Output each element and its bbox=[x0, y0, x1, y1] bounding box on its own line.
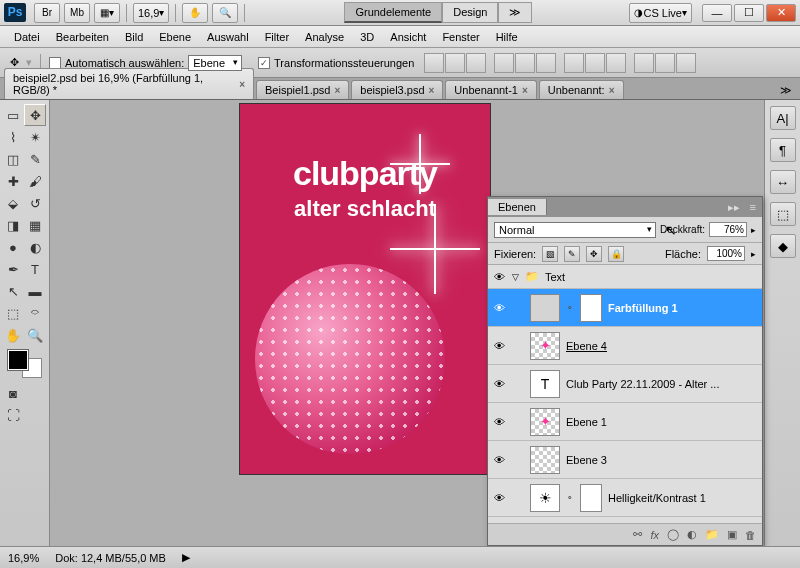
lock-transparent-button[interactable]: ▧ bbox=[542, 246, 558, 262]
status-zoom[interactable]: 16,9% bbox=[8, 552, 39, 564]
close-tab-icon[interactable]: × bbox=[429, 85, 435, 96]
transform-checkbox[interactable]: ✓ bbox=[258, 57, 270, 69]
align-btn[interactable] bbox=[536, 53, 556, 73]
lock-position-button[interactable]: ✥ bbox=[586, 246, 602, 262]
align-btn[interactable] bbox=[494, 53, 514, 73]
visibility-icon[interactable]: 👁 bbox=[492, 454, 506, 466]
align-btn[interactable] bbox=[564, 53, 584, 73]
align-btn[interactable] bbox=[676, 53, 696, 73]
align-btn[interactable] bbox=[424, 53, 444, 73]
maximize-button[interactable]: ☐ bbox=[734, 4, 764, 22]
layer-name[interactable]: Club Party 22.11.2009 - Alter ... bbox=[566, 378, 719, 390]
document-tab[interactable]: beispiel2.psd bei 16,9% (Farbfüllung 1, … bbox=[4, 68, 254, 99]
gradient-tool[interactable]: ▦ bbox=[24, 214, 46, 236]
fill-arrow-icon[interactable]: ▸ bbox=[751, 249, 756, 259]
status-arrow-icon[interactable]: ▶ bbox=[182, 551, 190, 564]
visibility-icon[interactable]: 👁 bbox=[492, 378, 506, 390]
layer-row[interactable]: 👁⚬Farbfüllung 1 bbox=[488, 289, 762, 327]
group-toggle-icon[interactable]: ▽ bbox=[512, 272, 519, 282]
camera-tool[interactable]: ⌔ bbox=[24, 302, 46, 324]
blend-mode-combo[interactable]: Normal bbox=[494, 222, 656, 238]
document-tab[interactable]: beispiel3.psd× bbox=[351, 80, 443, 99]
menu-analyse[interactable]: Analyse bbox=[297, 28, 352, 46]
zoom-button[interactable]: 🔍 bbox=[212, 3, 238, 23]
workspace-tab-design[interactable]: Design bbox=[442, 2, 498, 23]
zoom-tool[interactable]: 🔍 bbox=[24, 324, 46, 346]
new-layer-icon[interactable]: ▣ bbox=[727, 528, 737, 541]
layer-name[interactable]: Ebene 1 bbox=[566, 416, 607, 428]
trash-icon[interactable]: 🗑 bbox=[745, 529, 756, 541]
align-btn[interactable] bbox=[515, 53, 535, 73]
rail-button[interactable]: ⬚ bbox=[770, 202, 796, 226]
opacity-input[interactable] bbox=[709, 222, 747, 237]
fill-input[interactable] bbox=[707, 246, 745, 261]
type-tool[interactable]: T bbox=[24, 258, 46, 280]
hand-tool[interactable]: ✋ bbox=[2, 324, 24, 346]
adjustment-icon[interactable]: ◐ bbox=[687, 528, 697, 541]
align-btn[interactable] bbox=[634, 53, 654, 73]
panel-tab-ebenen[interactable]: Ebenen bbox=[488, 199, 547, 215]
path-tool[interactable]: ↖ bbox=[2, 280, 24, 302]
shape-tool[interactable]: ▬ bbox=[24, 280, 46, 302]
align-btn[interactable] bbox=[445, 53, 465, 73]
quickmask-tool[interactable]: ◙ bbox=[2, 382, 24, 404]
layer-row[interactable]: 👁TClub Party 22.11.2009 - Alter ... bbox=[488, 365, 762, 403]
blur-tool[interactable]: ● bbox=[2, 236, 24, 258]
panel-collapse-icon[interactable]: ▸▸ bbox=[724, 201, 744, 214]
layer-row[interactable]: 👁Ebene 3 bbox=[488, 441, 762, 479]
bridge-button[interactable]: Br bbox=[34, 3, 60, 23]
heal-tool[interactable]: ✚ bbox=[2, 170, 24, 192]
screenmode-tool[interactable]: ⛶ bbox=[2, 404, 24, 426]
menu-bild[interactable]: Bild bbox=[117, 28, 151, 46]
status-doc[interactable]: Dok: 12,4 MB/55,0 MB bbox=[55, 552, 166, 564]
mask-icon[interactable]: ◯ bbox=[667, 528, 679, 541]
layer-name[interactable]: Helligkeit/Kontrast 1 bbox=[608, 492, 706, 504]
close-tab-icon[interactable]: × bbox=[239, 79, 245, 90]
history-tool[interactable]: ↺ bbox=[24, 192, 46, 214]
minibridge-button[interactable]: Mb bbox=[64, 3, 90, 23]
move-tool[interactable]: ✥ bbox=[24, 104, 46, 126]
close-tab-icon[interactable]: × bbox=[334, 85, 340, 96]
menu-ebene[interactable]: Ebene bbox=[151, 28, 199, 46]
visibility-icon[interactable]: 👁 bbox=[492, 271, 506, 283]
link-layers-icon[interactable]: ⚯ bbox=[633, 528, 642, 541]
close-tab-icon[interactable]: × bbox=[609, 85, 615, 96]
menu-datei[interactable]: Datei bbox=[6, 28, 48, 46]
document-canvas[interactable]: clubparty alter schlacht bbox=[240, 104, 490, 474]
opacity-arrow-icon[interactable]: ▸ bbox=[751, 225, 756, 235]
align-btn[interactable] bbox=[606, 53, 626, 73]
document-tab[interactable]: Unbenannt:× bbox=[539, 80, 624, 99]
workspace-tab-grundelemente[interactable]: Grundelemente bbox=[344, 2, 442, 23]
layer-row[interactable]: 👁☀⚬Helligkeit/Kontrast 1 bbox=[488, 479, 762, 517]
auto-select-checkbox[interactable] bbox=[49, 57, 61, 69]
marquee-tool[interactable]: ▭ bbox=[2, 104, 24, 126]
menu-ansicht[interactable]: Ansicht bbox=[382, 28, 434, 46]
lock-all-button[interactable]: 🔒 bbox=[608, 246, 624, 262]
crop-tool[interactable]: ◫ bbox=[2, 148, 24, 170]
eyedropper-tool[interactable]: ✎ bbox=[24, 148, 46, 170]
menu-hilfe[interactable]: Hilfe bbox=[488, 28, 526, 46]
align-btn[interactable] bbox=[585, 53, 605, 73]
rail-button[interactable]: ¶ bbox=[770, 138, 796, 162]
group-icon[interactable]: 📁 bbox=[705, 528, 719, 541]
stamp-tool[interactable]: ⬙ bbox=[2, 192, 24, 214]
document-tab[interactable]: Unbenannt-1× bbox=[445, 80, 536, 99]
visibility-icon[interactable]: 👁 bbox=[492, 340, 506, 352]
rail-button[interactable]: ◆ bbox=[770, 234, 796, 258]
menu-3d[interactable]: 3D bbox=[352, 28, 382, 46]
layer-group[interactable]: 👁 ▽ 📁 Text bbox=[488, 265, 762, 289]
layer-row[interactable]: 👁✦Ebene 1 bbox=[488, 403, 762, 441]
align-btn[interactable] bbox=[655, 53, 675, 73]
layer-row[interactable]: 👁✦Ebene 4 bbox=[488, 327, 762, 365]
3d-tool[interactable]: ⬚ bbox=[2, 302, 24, 324]
hand-button[interactable]: ✋ bbox=[182, 3, 208, 23]
minimize-button[interactable]: — bbox=[702, 4, 732, 22]
pen-tool[interactable]: ✒ bbox=[2, 258, 24, 280]
dodge-tool[interactable]: ◐ bbox=[24, 236, 46, 258]
fx-icon[interactable]: fx bbox=[650, 529, 659, 541]
zoom-level-button[interactable]: 16,9 ▾ bbox=[133, 3, 169, 23]
menu-fenster[interactable]: Fenster bbox=[434, 28, 487, 46]
close-button[interactable]: ✕ bbox=[766, 4, 796, 22]
close-tab-icon[interactable]: × bbox=[522, 85, 528, 96]
cslive-button[interactable]: ◑ CS Live ▾ bbox=[629, 3, 692, 23]
